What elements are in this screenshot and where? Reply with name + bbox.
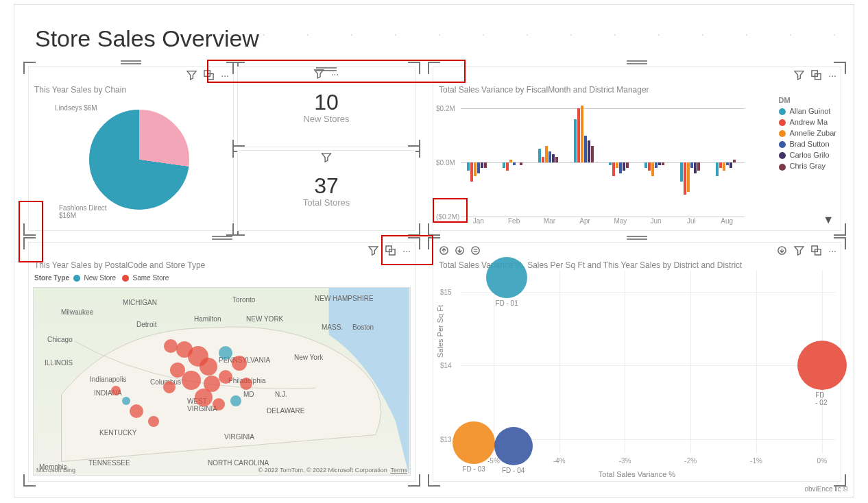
resize-handle[interactable]: [428, 474, 440, 487]
focus-icon[interactable]: [811, 70, 821, 82]
visual-title: Total Sales Variance %, Sales Per Sq Ft …: [439, 260, 742, 270]
legend-title: DM: [779, 96, 837, 104]
highlight-box: [19, 201, 43, 262]
visual-title: Total Sales Variance by FiscalMonth and …: [439, 85, 649, 95]
resize-handle[interactable]: [23, 62, 36, 74]
visual-pie[interactable]: ··· This Year Sales by Chain Lindseys $6…: [28, 66, 234, 231]
map-area[interactable]: Chicago Milwaukee MICHIGAN Detroit Hamil…: [33, 287, 411, 476]
filter-icon[interactable]: [186, 70, 197, 82]
resize-handle[interactable]: [408, 474, 420, 487]
x-axis-label: Total Sales Variance %: [599, 470, 675, 478]
visual-card-totalstores[interactable]: 37 Total Stores: [237, 150, 415, 231]
pie-label-lindseys: Lindseys $6M: [55, 104, 97, 112]
visual-variance[interactable]: ··· Total Sales Variance by FiscalMonth …: [433, 66, 841, 231]
resize-handle[interactable]: [428, 223, 440, 236]
drag-grip[interactable]: [627, 236, 647, 240]
resize-handle[interactable]: [834, 223, 846, 236]
visual-scatter[interactable]: ··· Total Sales Variance %, Sales Per Sq…: [433, 242, 841, 482]
filter-icon[interactable]: [368, 245, 378, 258]
map-credits-left: Microsoft Bing: [36, 467, 75, 474]
scroll-down-icon[interactable]: ▼: [823, 214, 834, 226]
drill-down-icon[interactable]: [455, 245, 465, 258]
report-canvas[interactable]: Store Sales Overview ··· This Year Sales…: [14, 4, 854, 498]
more-icon[interactable]: ···: [828, 245, 836, 258]
filter-icon[interactable]: [794, 245, 804, 258]
y-axis-label: Sales Per Sq Ft: [436, 305, 444, 358]
filter-icon[interactable]: [794, 70, 804, 82]
map-credits-right: © 2022 TomTom, © 2022 Microsoft Corporat…: [258, 467, 407, 474]
drag-grip[interactable]: [212, 236, 232, 240]
page-title: Store Sales Overview: [35, 25, 259, 52]
drag-grip[interactable]: [627, 60, 647, 64]
card-label: Total Stores: [238, 197, 415, 208]
pie-label-fashions: Fashions Direct$16M: [59, 204, 106, 219]
terms-link[interactable]: Terms: [391, 467, 408, 474]
more-icon[interactable]: ···: [828, 70, 836, 82]
scatter-chart-area: -5%-4%-3%-2%-1%0%$13$14$15FD - 01FD - 02…: [461, 270, 835, 454]
drag-grip[interactable]: [121, 60, 141, 64]
resize-handle[interactable]: [23, 474, 36, 487]
card-value: 37: [238, 173, 415, 199]
visual-title: This Year Sales by PostalCode and Store …: [34, 260, 205, 270]
highlight-box: [433, 198, 468, 223]
drill-up-icon[interactable]: [439, 245, 449, 258]
legend: DM Allan GuinotAndrew MaAnnelie ZubarBra…: [779, 96, 837, 173]
expand-icon[interactable]: [470, 245, 481, 258]
card-value: 10: [238, 90, 415, 115]
card-label: New Stores: [238, 114, 415, 124]
svg-point-5: [472, 247, 479, 254]
attribution: obviEnce llc ©: [804, 485, 848, 493]
visual-map[interactable]: ··· This Year Sales by PostalCode and St…: [28, 242, 415, 482]
highlight-box: [207, 60, 466, 83]
visual-title: This Year Sales by Chain: [34, 85, 126, 95]
map-legend: Store Type New Store Same Store: [34, 274, 169, 282]
focus-icon[interactable]: [811, 245, 821, 258]
pie-chart: [88, 108, 191, 211]
next-level-icon[interactable]: [777, 245, 787, 258]
bar-chart-area: $0.2M$0.0M($0.2M)JanFebMarAprMayJunJulAu…: [461, 108, 745, 217]
highlight-box: [381, 235, 433, 265]
